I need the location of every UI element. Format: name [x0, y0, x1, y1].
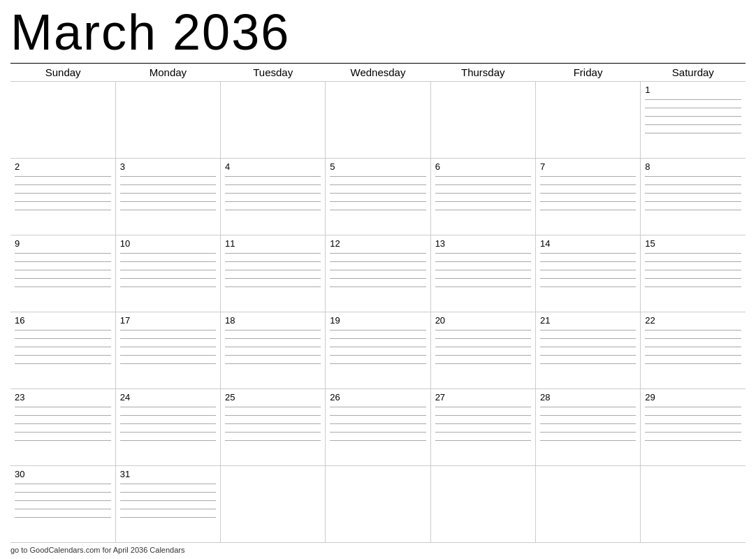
- day-number: 18: [225, 315, 321, 326]
- day-lines: [645, 99, 741, 133]
- day-number: 28: [540, 392, 636, 402]
- writing-line: [540, 415, 636, 416]
- writing-line: [225, 363, 321, 364]
- writing-line: [15, 261, 111, 262]
- writing-line: [15, 278, 111, 279]
- day-lines: [15, 253, 111, 287]
- writing-line: [435, 261, 531, 262]
- writing-line: [645, 355, 741, 356]
- writing-line: [540, 432, 636, 433]
- writing-line: [645, 184, 741, 185]
- writing-line: [435, 201, 531, 202]
- writing-line: [435, 338, 531, 339]
- day-lines: [330, 176, 426, 210]
- writing-line: [540, 278, 636, 279]
- writing-line: [435, 193, 531, 194]
- day-cell-25: 25: [221, 389, 326, 466]
- writing-line: [435, 184, 531, 185]
- writing-line: [15, 201, 111, 202]
- writing-line: [330, 407, 426, 407]
- day-number: 8: [645, 161, 741, 172]
- writing-line: [120, 193, 216, 194]
- writing-line: [120, 338, 216, 339]
- writing-line: [225, 210, 321, 210]
- empty-cell: [535, 82, 640, 159]
- day-cell-12: 12: [326, 235, 430, 312]
- day-header-thursday: Thursday: [430, 64, 535, 82]
- writing-line: [645, 415, 741, 416]
- writing-line: [645, 338, 741, 339]
- day-lines: [15, 330, 111, 364]
- calendar-table: SundayMondayTuesdayWednesdayThursdayFrid…: [10, 63, 746, 543]
- day-cell-19: 19: [326, 312, 430, 389]
- writing-line: [120, 184, 216, 185]
- empty-cell: [326, 82, 430, 159]
- writing-line: [120, 363, 216, 364]
- day-cell-3: 3: [115, 159, 220, 235]
- writing-line: [225, 330, 321, 331]
- empty-cell: [115, 82, 220, 159]
- writing-line: [15, 423, 111, 424]
- writing-line: [15, 193, 111, 194]
- day-number: 11: [225, 238, 321, 249]
- writing-line: [120, 278, 216, 279]
- writing-line: [330, 184, 426, 185]
- writing-line: [435, 415, 531, 416]
- writing-line: [645, 176, 741, 177]
- writing-line: [15, 509, 111, 509]
- day-cell-26: 26: [326, 389, 430, 466]
- day-cell-24: 24: [115, 389, 220, 466]
- day-cell-13: 13: [430, 235, 535, 312]
- day-lines: [225, 330, 321, 364]
- writing-line: [120, 261, 216, 262]
- day-lines: [540, 407, 636, 441]
- writing-line: [330, 261, 426, 262]
- day-header-monday: Monday: [115, 64, 220, 82]
- writing-line: [120, 286, 216, 287]
- empty-cell: [535, 466, 640, 543]
- page-title: March 2036: [10, 7, 746, 57]
- writing-line: [120, 407, 216, 407]
- writing-line: [540, 355, 636, 356]
- writing-line: [120, 432, 216, 433]
- day-number: 4: [225, 161, 321, 172]
- writing-line: [225, 415, 321, 416]
- writing-line: [120, 440, 216, 441]
- day-lines: [15, 176, 111, 210]
- day-number: 29: [645, 392, 741, 402]
- week-row-2: 2345678: [10, 159, 746, 235]
- day-lines: [120, 484, 216, 518]
- writing-line: [645, 270, 741, 270]
- writing-line: [435, 270, 531, 270]
- writing-line: [15, 407, 111, 407]
- day-number: 30: [15, 469, 111, 479]
- writing-line: [540, 330, 636, 331]
- writing-line: [225, 270, 321, 270]
- writing-line: [645, 423, 741, 424]
- writing-line: [540, 338, 636, 339]
- day-header-saturday: Saturday: [641, 64, 746, 82]
- writing-line: [645, 261, 741, 262]
- empty-cell: [430, 82, 535, 159]
- day-number: 7: [540, 161, 636, 172]
- writing-line: [330, 176, 426, 177]
- writing-line: [330, 423, 426, 424]
- writing-line: [225, 176, 321, 177]
- day-header-tuesday: Tuesday: [221, 64, 326, 82]
- writing-line: [435, 253, 531, 254]
- writing-line: [540, 286, 636, 287]
- day-lines: [225, 253, 321, 287]
- writing-line: [435, 355, 531, 356]
- day-cell-8: 8: [641, 159, 746, 235]
- day-cell-14: 14: [535, 235, 640, 312]
- day-lines: [645, 253, 741, 287]
- day-number: 10: [120, 238, 216, 249]
- day-lines: [225, 176, 321, 210]
- day-lines: [645, 407, 741, 441]
- day-lines: [225, 407, 321, 441]
- writing-line: [645, 253, 741, 254]
- writing-line: [645, 440, 741, 441]
- writing-line: [435, 407, 531, 407]
- day-cell-28: 28: [535, 389, 640, 466]
- writing-line: [435, 286, 531, 287]
